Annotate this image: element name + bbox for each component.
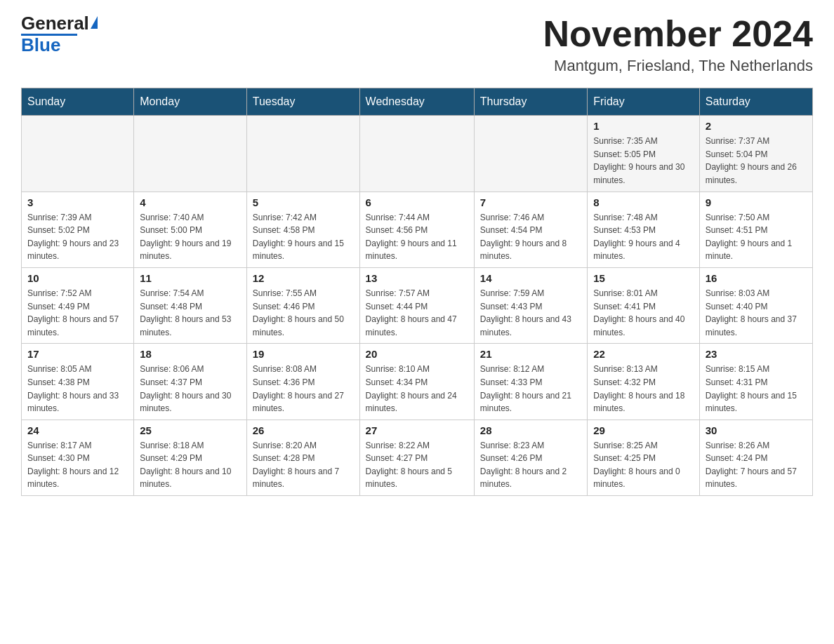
calendar-cell: 8Sunrise: 7:48 AM Sunset: 4:53 PM Daylig…: [588, 192, 699, 267]
calendar-cell: [22, 116, 134, 192]
weekday-header-sunday: Sunday: [22, 88, 134, 116]
calendar-cell: 15Sunrise: 8:01 AM Sunset: 4:41 PM Dayli…: [588, 267, 699, 343]
day-info: Sunrise: 8:15 AM Sunset: 4:31 PM Dayligh…: [706, 363, 807, 415]
day-number: 25: [140, 424, 241, 436]
weekday-header-wednesday: Wednesday: [359, 88, 474, 116]
calendar-cell: 11Sunrise: 7:54 AM Sunset: 4:48 PM Dayli…: [134, 267, 247, 343]
day-number: 5: [253, 196, 354, 208]
calendar-week-row-3: 10Sunrise: 7:52 AM Sunset: 4:49 PM Dayli…: [22, 267, 813, 343]
weekday-header-row: SundayMondayTuesdayWednesdayThursdayFrid…: [22, 88, 813, 116]
day-info: Sunrise: 7:59 AM Sunset: 4:43 PM Dayligh…: [480, 287, 581, 339]
calendar-cell: 30Sunrise: 8:26 AM Sunset: 4:24 PM Dayli…: [699, 420, 812, 495]
day-number: 23: [706, 348, 807, 360]
day-info: Sunrise: 8:26 AM Sunset: 4:24 PM Dayligh…: [706, 439, 807, 491]
day-info: Sunrise: 7:54 AM Sunset: 4:48 PM Dayligh…: [140, 287, 241, 339]
day-info: Sunrise: 8:05 AM Sunset: 4:38 PM Dayligh…: [27, 363, 128, 415]
calendar-cell: 23Sunrise: 8:15 AM Sunset: 4:31 PM Dayli…: [699, 344, 812, 420]
calendar-cell: 14Sunrise: 7:59 AM Sunset: 4:43 PM Dayli…: [474, 267, 587, 343]
day-number: 24: [27, 424, 128, 436]
day-number: 12: [253, 272, 354, 284]
weekday-header-friday: Friday: [588, 88, 699, 116]
header: General Blue November 2024 Mantgum, Frie…: [21, 14, 813, 75]
calendar-table: SundayMondayTuesdayWednesdayThursdayFrid…: [21, 88, 813, 496]
day-number: 18: [140, 348, 241, 360]
day-number: 11: [140, 272, 241, 284]
day-info: Sunrise: 7:46 AM Sunset: 4:54 PM Dayligh…: [480, 211, 581, 263]
day-number: 27: [366, 424, 468, 436]
title-area: November 2024 Mantgum, Friesland, The Ne…: [543, 14, 813, 75]
day-info: Sunrise: 8:22 AM Sunset: 4:27 PM Dayligh…: [366, 439, 468, 491]
weekday-header-monday: Monday: [134, 88, 247, 116]
day-number: 21: [480, 348, 581, 360]
day-info: Sunrise: 8:25 AM Sunset: 4:25 PM Dayligh…: [593, 439, 693, 491]
calendar-week-row-5: 24Sunrise: 8:17 AM Sunset: 4:30 PM Dayli…: [22, 420, 813, 495]
day-number: 14: [480, 272, 581, 284]
calendar-cell: 21Sunrise: 8:12 AM Sunset: 4:33 PM Dayli…: [474, 344, 587, 420]
day-number: 6: [366, 196, 468, 208]
calendar-cell: 10Sunrise: 7:52 AM Sunset: 4:49 PM Dayli…: [22, 267, 134, 343]
day-info: Sunrise: 7:40 AM Sunset: 5:00 PM Dayligh…: [140, 211, 241, 263]
main-title: November 2024: [543, 14, 813, 54]
logo-general-text: General: [21, 14, 89, 32]
day-number: 13: [366, 272, 468, 284]
calendar-cell: 3Sunrise: 7:39 AM Sunset: 5:02 PM Daylig…: [22, 192, 134, 267]
day-info: Sunrise: 7:37 AM Sunset: 5:04 PM Dayligh…: [706, 135, 807, 187]
calendar-cell: 20Sunrise: 8:10 AM Sunset: 4:34 PM Dayli…: [359, 344, 474, 420]
day-info: Sunrise: 8:06 AM Sunset: 4:37 PM Dayligh…: [140, 363, 241, 415]
logo-triangle-icon: [91, 16, 98, 29]
day-number: 30: [706, 424, 807, 436]
weekday-header-saturday: Saturday: [699, 88, 812, 116]
calendar-week-row-2: 3Sunrise: 7:39 AM Sunset: 5:02 PM Daylig…: [22, 192, 813, 267]
calendar-cell: 27Sunrise: 8:22 AM Sunset: 4:27 PM Dayli…: [359, 420, 474, 495]
day-info: Sunrise: 7:39 AM Sunset: 5:02 PM Dayligh…: [27, 211, 128, 263]
logo: General Blue: [21, 14, 98, 56]
calendar-cell: 28Sunrise: 8:23 AM Sunset: 4:26 PM Dayli…: [474, 420, 587, 495]
calendar-cell: 5Sunrise: 7:42 AM Sunset: 4:58 PM Daylig…: [246, 192, 359, 267]
day-info: Sunrise: 8:13 AM Sunset: 4:32 PM Dayligh…: [593, 363, 693, 415]
day-number: 16: [706, 272, 807, 284]
day-info: Sunrise: 8:10 AM Sunset: 4:34 PM Dayligh…: [366, 363, 468, 415]
calendar-cell: [359, 116, 474, 192]
calendar-cell: 4Sunrise: 7:40 AM Sunset: 5:00 PM Daylig…: [134, 192, 247, 267]
day-info: Sunrise: 8:23 AM Sunset: 4:26 PM Dayligh…: [480, 439, 581, 491]
calendar-cell: [474, 116, 587, 192]
calendar-cell: 13Sunrise: 7:57 AM Sunset: 4:44 PM Dayli…: [359, 267, 474, 343]
calendar-cell: 25Sunrise: 8:18 AM Sunset: 4:29 PM Dayli…: [134, 420, 247, 495]
day-number: 4: [140, 196, 241, 208]
calendar-cell: 2Sunrise: 7:37 AM Sunset: 5:04 PM Daylig…: [699, 116, 812, 192]
day-info: Sunrise: 8:17 AM Sunset: 4:30 PM Dayligh…: [27, 439, 128, 491]
day-number: 8: [593, 196, 693, 208]
calendar-week-row-1: 1Sunrise: 7:35 AM Sunset: 5:05 PM Daylig…: [22, 116, 813, 192]
day-number: 3: [27, 196, 128, 208]
day-info: Sunrise: 7:52 AM Sunset: 4:49 PM Dayligh…: [27, 287, 128, 339]
calendar-cell: 22Sunrise: 8:13 AM Sunset: 4:32 PM Dayli…: [588, 344, 699, 420]
logo-blue-text: Blue: [21, 34, 60, 56]
day-info: Sunrise: 7:55 AM Sunset: 4:46 PM Dayligh…: [253, 287, 354, 339]
weekday-header-thursday: Thursday: [474, 88, 587, 116]
day-number: 20: [366, 348, 468, 360]
calendar-cell: 18Sunrise: 8:06 AM Sunset: 4:37 PM Dayli…: [134, 344, 247, 420]
calendar-cell: 6Sunrise: 7:44 AM Sunset: 4:56 PM Daylig…: [359, 192, 474, 267]
calendar-cell: 19Sunrise: 8:08 AM Sunset: 4:36 PM Dayli…: [246, 344, 359, 420]
day-number: 1: [593, 120, 693, 132]
calendar-cell: [246, 116, 359, 192]
day-number: 19: [253, 348, 354, 360]
subtitle: Mantgum, Friesland, The Netherlands: [543, 57, 813, 75]
day-number: 9: [706, 196, 807, 208]
calendar-cell: 7Sunrise: 7:46 AM Sunset: 4:54 PM Daylig…: [474, 192, 587, 267]
day-info: Sunrise: 8:12 AM Sunset: 4:33 PM Dayligh…: [480, 363, 581, 415]
calendar-cell: 17Sunrise: 8:05 AM Sunset: 4:38 PM Dayli…: [22, 344, 134, 420]
calendar-cell: 9Sunrise: 7:50 AM Sunset: 4:51 PM Daylig…: [699, 192, 812, 267]
calendar-cell: 29Sunrise: 8:25 AM Sunset: 4:25 PM Dayli…: [588, 420, 699, 495]
calendar-week-row-4: 17Sunrise: 8:05 AM Sunset: 4:38 PM Dayli…: [22, 344, 813, 420]
calendar-cell: 24Sunrise: 8:17 AM Sunset: 4:30 PM Dayli…: [22, 420, 134, 495]
day-info: Sunrise: 8:18 AM Sunset: 4:29 PM Dayligh…: [140, 439, 241, 491]
day-number: 26: [253, 424, 354, 436]
weekday-header-tuesday: Tuesday: [246, 88, 359, 116]
day-info: Sunrise: 8:01 AM Sunset: 4:41 PM Dayligh…: [593, 287, 693, 339]
day-info: Sunrise: 7:48 AM Sunset: 4:53 PM Dayligh…: [593, 211, 693, 263]
day-info: Sunrise: 7:44 AM Sunset: 4:56 PM Dayligh…: [366, 211, 468, 263]
day-number: 28: [480, 424, 581, 436]
day-info: Sunrise: 8:03 AM Sunset: 4:40 PM Dayligh…: [706, 287, 807, 339]
calendar-cell: 1Sunrise: 7:35 AM Sunset: 5:05 PM Daylig…: [588, 116, 699, 192]
